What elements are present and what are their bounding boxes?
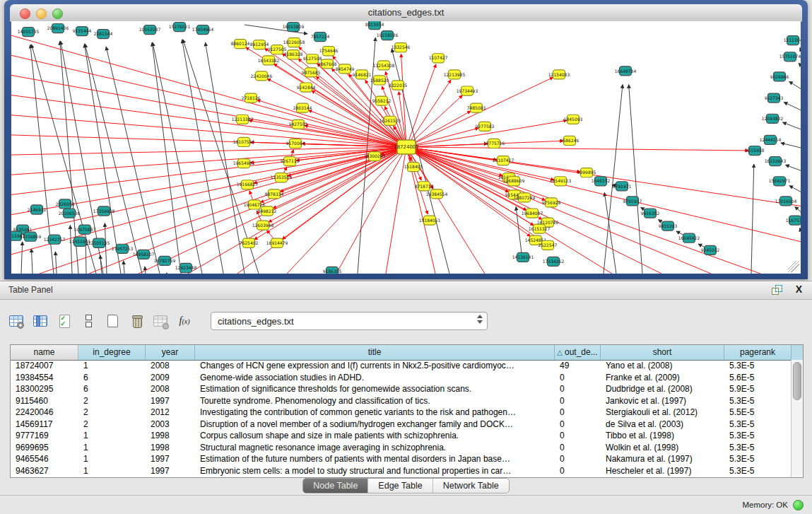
graph-node[interactable]: 9277583 (476, 122, 495, 131)
tab-node-table[interactable]: Node Table (303, 479, 368, 493)
graph-node[interactable]: 15751074 (779, 52, 801, 62)
graph-node[interactable]: 1845093 (564, 115, 583, 124)
graph-node[interactable]: 18775716 (483, 139, 505, 148)
graph-node[interactable]: 9170064 (286, 139, 305, 148)
graph-node[interactable]: 16543382 (258, 56, 280, 65)
graph-node[interactable]: 16648784 (615, 66, 637, 76)
graph-node[interactable]: 11254308 (373, 61, 395, 70)
table-row[interactable]: 969969511998Structural magnetic resonanc… (11, 442, 792, 454)
graph-node[interactable]: 2026058 (56, 199, 75, 209)
graph-node[interactable]: 9756928 (542, 198, 561, 207)
network-file-select[interactable]: citations_edges.txt (211, 312, 488, 330)
graph-node[interactable]: 2381544 (94, 30, 113, 39)
graph-node[interactable]: 1167534 (786, 216, 801, 225)
table-row[interactable]: 946554611997Estimation of the future num… (11, 453, 792, 465)
graph-node[interactable]: 8498212 (258, 206, 277, 216)
graph-node[interactable]: 12342757 (44, 235, 66, 244)
graph-node[interactable]: 7857224 (311, 33, 330, 42)
table-row[interactable]: 2242004622012Investigating the contribut… (11, 407, 792, 419)
column-header-short[interactable]: short (601, 345, 724, 360)
graph-node[interactable]: 10975887 (74, 225, 96, 234)
graph-node[interactable]: 9146821 (353, 70, 372, 79)
window-titlebar[interactable]: citations_edges.txt (10, 4, 802, 22)
tab-network-table[interactable]: Network Table (433, 479, 509, 493)
graph-node[interactable]: 17454964 (192, 25, 214, 35)
graph-hub-node[interactable]: 18724007 (394, 140, 419, 154)
graph-node[interactable]: 16095422 (678, 233, 700, 243)
column-header-year[interactable]: year (146, 345, 195, 360)
column-header-out_de[interactable]: △out_de... (555, 345, 601, 360)
scrollbar-thumb[interactable] (793, 362, 801, 400)
graph-node[interactable]: 19734493 (457, 86, 478, 95)
graph-node[interactable]: 12213383 (232, 115, 254, 124)
graph-node[interactable]: 9916352 (641, 209, 660, 218)
graph-node[interactable]: 12923448 (175, 263, 197, 272)
graph-node[interactable]: 8912954 (250, 40, 269, 49)
table-row[interactable]: 1938455462009Genome-wide association stu… (11, 372, 792, 384)
table-row[interactable]: 1830029562008Estimation of significance … (11, 383, 792, 395)
graph-node[interactable]: 22420046 (251, 71, 273, 81)
graph-node[interactable]: 9815203 (659, 221, 678, 230)
graph-node[interactable]: 8813054 (365, 21, 384, 30)
graph-node[interactable]: 1754646 (319, 47, 339, 56)
graph-node[interactable]: 9267110 (281, 157, 300, 166)
table-row[interactable]: 946362711997Embryonic stem cells: a mode… (11, 465, 792, 477)
graph-node[interactable]: 2146932 (28, 205, 47, 214)
graph-node[interactable]: 12444154 (760, 135, 782, 144)
column-header-name[interactable]: name (11, 345, 78, 360)
function-builder-button[interactable]: f(x) (177, 314, 192, 328)
graph-node[interactable]: 1588520 (370, 76, 389, 85)
graph-node[interactable]: 17016504 (775, 197, 797, 206)
table-row[interactable]: 977716911998Corpus callosum shape and si… (11, 430, 792, 442)
graph-node[interactable]: 17957253 (112, 244, 134, 253)
graph-node[interactable]: 10688609 (503, 177, 525, 186)
graph-node[interactable]: 12603948 (252, 221, 274, 230)
graph-node[interactable]: 16210643 (765, 157, 787, 166)
graph-node[interactable]: 16261535 (379, 116, 401, 125)
network-view[interactable]: 8860124891295418226058912750516543382818… (11, 21, 801, 274)
graph-node[interactable]: 11156869 (20, 232, 42, 241)
table-settings-button[interactable] (8, 314, 24, 328)
graph-node[interactable]: 7485083 (467, 103, 486, 112)
graph-node[interactable]: 14055735 (18, 28, 40, 37)
graph-node[interactable]: 8860124 (231, 40, 250, 49)
graph-node[interactable]: 8322035 (389, 81, 408, 90)
graph-node[interactable]: 9227343 (765, 93, 784, 103)
graph-node[interactable]: 20891406 (47, 24, 69, 33)
graph-node[interactable]: 9242844 (297, 83, 316, 92)
graph-node[interactable]: 8791917 (623, 197, 642, 206)
graph-node[interactable]: 19684067 (522, 209, 543, 218)
close-panel-icon[interactable]: X (796, 284, 802, 295)
graph-node[interactable]: 1112304 (784, 36, 801, 45)
graph-node[interactable]: 16151327 (529, 224, 551, 233)
graph-node[interactable]: 18300295 (364, 152, 386, 161)
graph-node[interactable]: 12505135 (88, 238, 110, 247)
graph-node[interactable]: 6791971 (613, 182, 632, 191)
column-header-in_degree[interactable]: in_degree (78, 345, 146, 360)
graph-node[interactable]: 8718712 (415, 182, 434, 191)
graph-node[interactable]: 16053809 (283, 23, 305, 32)
graph-node[interactable]: 11353554 (271, 173, 293, 182)
table-row[interactable]: 1456911722003Disruption of a novel membe… (11, 419, 792, 431)
row-height-button[interactable] (81, 314, 96, 328)
float-panel-icon[interactable] (772, 285, 782, 295)
graph-node[interactable]: 2803144 (293, 103, 312, 112)
graph-node[interactable]: 15184051 (419, 216, 441, 225)
graph-node[interactable]: 8454749 (336, 64, 355, 74)
graph-node[interactable]: 9155494 (73, 27, 92, 36)
graph-node[interactable]: 20206536 (59, 209, 81, 218)
graph-node[interactable]: 8215958 (746, 146, 765, 155)
graph-node[interactable]: 7625402 (240, 238, 259, 247)
show-columns-button[interactable] (33, 314, 48, 328)
table-row[interactable]: 1872400712008Changes of HCN gene express… (11, 360, 792, 372)
graph-node[interactable]: 18226058 (283, 38, 305, 47)
graph-node[interactable]: 12213985 (444, 70, 466, 79)
graph-node[interactable]: 16958107 (133, 250, 155, 259)
graph-node[interactable]: 19654983 (233, 159, 255, 168)
table-row[interactable]: 911546021997Tourette syndrome. Phenomeno… (11, 395, 792, 407)
graph-node[interactable]: 15692971 (769, 177, 791, 186)
network-canvas[interactable]: 8860124891295418226058912750516543382818… (11, 21, 801, 274)
graph-node[interactable]: 16549123 (550, 177, 572, 186)
column-header-title[interactable]: title (195, 345, 555, 360)
graph-node[interactable]: 9586246 (560, 136, 579, 145)
